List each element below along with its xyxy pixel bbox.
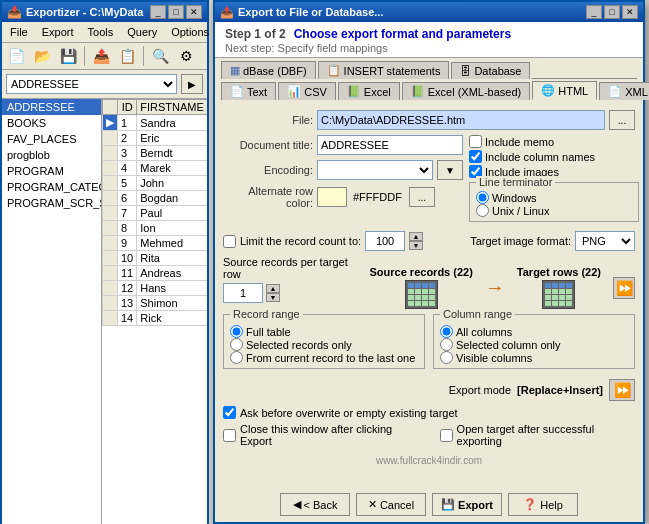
close-after-check[interactable] (223, 429, 236, 442)
menu-query[interactable]: Query (121, 24, 163, 40)
table-dropdown[interactable]: ADDRESSEE (6, 74, 177, 94)
per-row-spin-up[interactable]: ▲ (266, 284, 280, 293)
limit-row: Limit the record count to: ▲ ▼ (223, 231, 423, 251)
include-col-names-check[interactable] (469, 150, 482, 163)
include-memo-check[interactable] (469, 135, 482, 148)
table-list-item-program-cat[interactable]: PROGRAM_CATEGORY (2, 179, 101, 195)
toolbar-settings[interactable]: ⚙ (174, 45, 198, 67)
cr-selected-radio[interactable] (440, 338, 453, 351)
dialog-minimize[interactable]: _ (586, 5, 602, 19)
color-picker-button[interactable]: ... (409, 187, 435, 207)
table-row[interactable]: 3BerndtMa (103, 146, 208, 161)
minimize-button[interactable]: _ (150, 5, 166, 19)
cancel-icon: ✕ (368, 498, 377, 511)
tab-html[interactable]: 🌐 HTML (532, 81, 597, 100)
color-swatch[interactable] (317, 187, 347, 207)
doc-title-input[interactable] (317, 135, 463, 155)
table-row[interactable]: 6Bogdan (103, 191, 208, 206)
go-button[interactable]: ▶ (181, 74, 203, 94)
toolbar-new[interactable]: 📄 (4, 45, 28, 67)
row-marker (103, 266, 118, 281)
close-button[interactable]: ✕ (186, 5, 202, 19)
table-list-item-books[interactable]: BOOKS (2, 115, 101, 131)
radio-unix-input[interactable] (476, 204, 489, 217)
close-after-row: Close this window after clicking Export (223, 423, 420, 447)
col-firstname[interactable]: FIRSTNAME (137, 100, 207, 115)
tab-text[interactable]: 📄 Text (221, 82, 276, 100)
toolbar-sep2 (143, 46, 144, 66)
table-row[interactable]: 2EricMil (103, 131, 208, 146)
menu-options[interactable]: Options (165, 24, 215, 40)
target-format-select[interactable]: PNG JPG BMP GIF (575, 231, 635, 251)
col-id[interactable]: ID (118, 100, 137, 115)
tab-xml[interactable]: 📄 XML (599, 82, 649, 100)
table-list-item-program-scr[interactable]: PROGRAM_SCR_SHOT (2, 195, 101, 211)
toolbar-export1[interactable]: 📤 (89, 45, 113, 67)
tab-csv[interactable]: 📊 CSV (278, 82, 336, 100)
table-row[interactable]: 9Mehmed (103, 236, 208, 251)
cr-all-radio[interactable] (440, 325, 453, 338)
table-list-item-program[interactable]: PROGRAM (2, 163, 101, 179)
help-button[interactable]: ❓ Help (508, 493, 578, 516)
limit-spin-down[interactable]: ▼ (409, 241, 423, 250)
limit-spin-up[interactable]: ▲ (409, 232, 423, 241)
cr-selected: Selected column only (440, 338, 628, 351)
open-after-check[interactable] (440, 429, 453, 442)
radio-windows-label: Windows (492, 192, 537, 204)
tab-excel-xml[interactable]: 📗 Excel (XML-based) (402, 82, 531, 100)
table-row[interactable]: 8IonRot (103, 221, 208, 236)
encoding-select[interactable]: UTF-8 ISO-8859-1 (317, 160, 433, 180)
table-row[interactable]: 12HansPet (103, 281, 208, 296)
include-memo-label: Include memo (485, 136, 554, 148)
rr-current-radio[interactable] (230, 351, 243, 364)
menu-tools[interactable]: Tools (82, 24, 120, 40)
dialog-title-controls: _ □ ✕ (586, 5, 638, 19)
radio-windows: Windows (476, 191, 632, 204)
tab-insert[interactable]: 📋 INSERT statements (318, 61, 450, 79)
table-row[interactable]: 13ShimonRab (103, 296, 208, 311)
dialog-close[interactable]: ✕ (622, 5, 638, 19)
limit-check[interactable] (223, 235, 236, 248)
table-row[interactable]: 10RitaMu (103, 251, 208, 266)
scroll-right-button[interactable]: ⏩ (613, 277, 635, 299)
dialog-maximize[interactable]: □ (604, 5, 620, 19)
table-list-item-addressee[interactable]: ADDRESSEE (2, 99, 101, 115)
excel-icon: 📗 (347, 85, 361, 98)
toolbar-open[interactable]: 📂 (30, 45, 54, 67)
rr-selected: Selected records only (230, 338, 418, 351)
per-row-input[interactable] (223, 283, 263, 303)
radio-windows-input[interactable] (476, 191, 489, 204)
data-grid[interactable]: ID FIRSTNAME LAS ▶1SandraBus2EricMil3Ber… (102, 99, 207, 524)
menu-export[interactable]: Export (36, 24, 80, 40)
file-input[interactable] (317, 110, 605, 130)
toolbar-save[interactable]: 💾 (56, 45, 80, 67)
browse-button[interactable]: ... (609, 110, 635, 130)
cr-visible-radio[interactable] (440, 351, 453, 364)
rr-full-table-radio[interactable] (230, 325, 243, 338)
menu-file[interactable]: File (4, 24, 34, 40)
ask-overwrite-check[interactable] (223, 406, 236, 419)
rr-selected-radio[interactable] (230, 338, 243, 351)
table-row[interactable]: 11Andreas (103, 266, 208, 281)
tab-dbase[interactable]: ▦ dBase (DBF) (221, 61, 316, 79)
table-list-item-progblob[interactable]: progblob (2, 147, 101, 163)
per-row-spin-down[interactable]: ▼ (266, 293, 280, 302)
back-button[interactable]: ◀ < Back (280, 493, 350, 516)
tab-database[interactable]: 🗄 Database (451, 62, 530, 79)
table-row[interactable]: 7PaulVog (103, 206, 208, 221)
tab-excel[interactable]: 📗 Excel (338, 82, 400, 100)
cancel-button[interactable]: ✕ Cancel (356, 493, 426, 516)
export-button[interactable]: 💾 Export (432, 493, 502, 516)
row-marker (103, 311, 118, 326)
encoding-clear[interactable]: ▼ (437, 160, 463, 180)
table-list-item-fav[interactable]: FAV_PLACES (2, 131, 101, 147)
export-mode-next-button[interactable]: ⏩ (609, 379, 635, 401)
toolbar-export2[interactable]: 📋 (115, 45, 139, 67)
table-row[interactable]: ▶1SandraBus (103, 115, 208, 131)
maximize-button[interactable]: □ (168, 5, 184, 19)
toolbar-query[interactable]: 🔍 (148, 45, 172, 67)
table-row[interactable]: 14RickYor (103, 311, 208, 326)
table-row[interactable]: 5JohnHla (103, 176, 208, 191)
table-row[interactable]: 4Marek (103, 161, 208, 176)
limit-value-input[interactable] (365, 231, 405, 251)
